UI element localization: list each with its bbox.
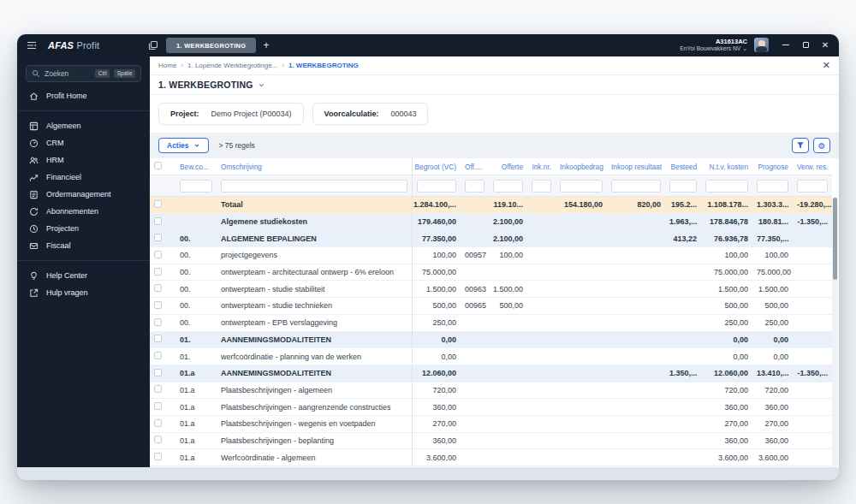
table-row[interactable]: 01.werfcoördinatie - planning van de wer… — [150, 348, 832, 365]
tab-werkbegroting[interactable]: 1. WERKBEGROTING — [166, 38, 256, 53]
select-all-checkbox[interactable] — [154, 162, 162, 169]
sidebar-item-hulp-vragen[interactable]: Hulp vragen — [17, 284, 150, 301]
breadcrumb-item[interactable]: Home — [158, 62, 176, 69]
table-row[interactable]: 01.aAANNEMINGSMODALITEITEN12.060,001.350… — [150, 365, 832, 382]
minimize-button[interactable] — [781, 40, 791, 50]
table-row[interactable]: 01.aPlaatsbeschrijvingen - aangrenzende … — [150, 399, 832, 416]
cell-ntv: 3.600,00 — [701, 454, 752, 462]
cell-besteed: 1.963,... — [665, 217, 701, 226]
column-header-inknr[interactable]: Ink.nr. — [527, 163, 556, 171]
actions-button[interactable]: Acties — [158, 138, 209, 153]
column-header-ntv[interactable]: N.t.v. kosten — [701, 163, 752, 171]
table-row[interactable]: 00.ontwerpteam - EPB verslaggeving250,00… — [150, 315, 832, 332]
sidebar-item-abonnementen[interactable]: Abonnementen — [17, 203, 150, 220]
info-card-project[interactable]: Project:Demo Project (P00034) — [158, 103, 304, 125]
sidebar-item-financieel[interactable]: Financieel — [17, 169, 150, 186]
row-checkbox[interactable] — [154, 268, 162, 276]
column-header-descr[interactable]: Omschrijving — [217, 163, 412, 171]
filter-button[interactable] — [792, 138, 809, 153]
table-row[interactable]: 01.aPlaatsbeschrijvingen - wegenis en vo… — [150, 416, 832, 433]
close-window-button[interactable]: ✕ — [820, 40, 830, 50]
row-checkbox[interactable] — [154, 234, 162, 241]
filter-input-inkoop[interactable] — [560, 180, 603, 193]
row-checkbox[interactable] — [154, 217, 162, 225]
table-row[interactable]: 00.projectgegevens100,0000957100,00100,0… — [150, 247, 832, 264]
table-row[interactable]: Totaal1.284.100,...119.10...154.180,0082… — [150, 197, 832, 214]
sidebar-item-profit-home[interactable]: Profit Home — [17, 87, 150, 104]
column-header-code[interactable]: Bew.co... — [175, 163, 217, 171]
row-checkbox[interactable] — [154, 200, 162, 208]
table-filter-row — [150, 175, 832, 197]
row-checkbox[interactable] — [154, 335, 162, 342]
cell-descr: Plaatsbeschrijvingen - algemeen — [217, 386, 412, 394]
filter-input-code[interactable] — [180, 180, 212, 193]
column-header-begroot[interactable]: Begroot (VC) — [412, 158, 461, 175]
table-row[interactable]: 00.ALGEMENE BEPALINGEN77.350,002.100,004… — [150, 230, 832, 247]
row-checkbox[interactable] — [154, 284, 162, 292]
table-row[interactable]: 00.ontwerpteam - studie technieken500,00… — [150, 298, 832, 315]
filter-input-verw[interactable] — [797, 180, 828, 193]
column-header-offnr[interactable]: Off.... — [461, 163, 489, 171]
column-header-inkoop[interactable]: Inkoopbedrag — [556, 163, 607, 171]
column-header-verw[interactable]: Verw. res. — [793, 163, 832, 171]
sidebar-item-fiscaal[interactable]: Fiscaal — [17, 237, 150, 254]
cell-begroot: 3.600,00 — [412, 449, 461, 465]
filter-input-inknr[interactable] — [532, 180, 551, 193]
table-row[interactable]: 00.ontwerpteam - studie stabiliteit1.500… — [150, 281, 832, 298]
column-header-besteed[interactable]: Besteed — [665, 163, 701, 171]
sidebar-item-ordermanagement[interactable]: Ordermanagement — [17, 186, 150, 203]
avatar[interactable] — [754, 38, 769, 52]
filter-input-inkres[interactable] — [611, 180, 661, 193]
tab-overview-icon[interactable] — [147, 39, 159, 51]
filter-input-descr[interactable] — [221, 180, 407, 193]
sidebar-item-help-center[interactable]: Help Center — [17, 267, 150, 284]
info-card-voorcalculatie[interactable]: Voorcalculatie:000043 — [312, 103, 429, 125]
filter-input-ntv[interactable] — [705, 180, 748, 193]
filter-input-offnr[interactable] — [465, 180, 484, 193]
cell-descr: projectgegevens — [217, 251, 412, 259]
row-checkbox[interactable] — [154, 318, 162, 326]
cell-begroot: 360,00 — [412, 433, 461, 449]
row-checkbox[interactable] — [154, 352, 162, 359]
sidebar-item-crm[interactable]: CRM — [17, 134, 150, 151]
close-page-icon[interactable]: ✕ — [823, 61, 830, 70]
mail-icon — [28, 240, 39, 251]
row-checkbox[interactable] — [154, 419, 162, 427]
title-chevron-down-icon[interactable] — [258, 81, 265, 89]
filter-input-begroot[interactable] — [417, 180, 456, 193]
table-row[interactable]: Algemene studiekosten179.460,002.100,001… — [150, 214, 832, 231]
row-checkbox[interactable] — [154, 369, 162, 377]
filter-input-besteed[interactable] — [669, 180, 697, 193]
sidebar-item-hrm[interactable]: HRM — [17, 151, 150, 169]
column-header-inkres[interactable]: Inkoop resultaat — [607, 163, 665, 171]
vertical-scrollbar[interactable] — [832, 197, 838, 467]
row-checkbox[interactable] — [154, 251, 162, 258]
row-checkbox[interactable] — [154, 436, 162, 443]
cell-sel — [150, 217, 175, 227]
row-checkbox[interactable] — [154, 301, 162, 309]
sidebar-item-projecten[interactable]: Projecten — [17, 220, 150, 237]
table-row[interactable]: 00.ontwerpteam - architecturaal ontwerp … — [150, 264, 832, 282]
table-row[interactable]: 01.aWerfcoördinatie - algemeen3.600,003.… — [150, 449, 832, 466]
user-menu[interactable]: A31613AC EnYoi Bouwvakkers NV ⌄ — [680, 38, 747, 53]
sidebar-item-algemeen[interactable]: Algemeen — [17, 117, 150, 134]
filter-input-prognose[interactable] — [757, 180, 788, 193]
column-header-offerte[interactable]: Offerte — [489, 163, 527, 171]
table-row[interactable]: 01.aPlaatsbeschrijvingen - beplanting360… — [150, 433, 832, 450]
filter-input-offerte[interactable] — [493, 180, 523, 193]
sidebar-item-label: Projecten — [46, 224, 79, 233]
restore-button[interactable] — [800, 40, 811, 50]
table-row[interactable]: 01.AANNEMINGSMODALITEITEN0,000,000,00 — [150, 332, 832, 349]
settings-button[interactable]: ⚙ — [813, 138, 830, 153]
row-checkbox[interactable] — [154, 385, 162, 393]
row-checkbox[interactable] — [154, 402, 162, 410]
breadcrumb-item[interactable]: 1. Lopende Werkbegrotinge... — [187, 62, 277, 69]
column-header-prognose[interactable]: Prognose — [752, 163, 793, 171]
scrollbar-thumb[interactable] — [833, 198, 837, 280]
cell-prognose: 1.303.3... — [752, 200, 793, 209]
table-row[interactable]: 01.aPlaatsbeschrijvingen - algemeen720,0… — [150, 382, 832, 400]
new-tab-button[interactable]: + — [263, 39, 269, 51]
menu-collapse-icon[interactable] — [26, 39, 38, 51]
search-input[interactable]: Zoeken Ctrl Spatie — [26, 65, 141, 82]
row-checkbox[interactable] — [154, 453, 162, 460]
